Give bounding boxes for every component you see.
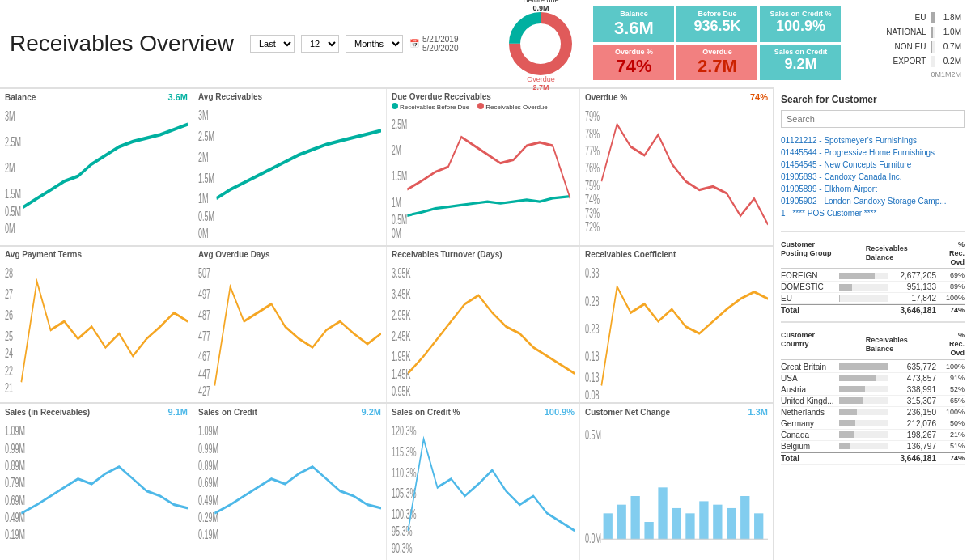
chart-sales-credit-pct: Sales on Credit % 100.9% 120.3% 115.3% 1… bbox=[387, 404, 580, 560]
avg-rec-svg: 3M 2.5M 2M 1.5M 1M 0.5M 0M bbox=[198, 103, 381, 242]
table2-row-gb: Great Britain 635,772 100% bbox=[781, 362, 965, 373]
svg-text:120.3%: 120.3% bbox=[392, 424, 417, 439]
svg-text:2M: 2M bbox=[198, 150, 209, 165]
table2-row-belgium: Belgium 136,797 51% bbox=[781, 441, 965, 452]
table1-eu-label: EU bbox=[781, 294, 839, 303]
svg-text:477: 477 bbox=[198, 328, 210, 343]
svg-text:1.5M: 1.5M bbox=[198, 171, 214, 186]
svg-text:3.45K: 3.45K bbox=[392, 286, 411, 302]
svg-text:2.45K: 2.45K bbox=[392, 328, 411, 343]
svg-text:0.99M: 0.99M bbox=[198, 441, 218, 456]
chart-row-1: Balance 3.6M 3M 2.5M 2M 1.5M 0.5M 0M bbox=[0, 87, 773, 245]
chart-avg-overdue-days-title: Avg Overdue Days bbox=[198, 250, 270, 259]
period-num-select[interactable]: 12 bbox=[301, 35, 339, 53]
table2-gb-balance: 635,772 bbox=[888, 363, 936, 371]
chart-avg-payment-title: Avg Payment Terms bbox=[5, 250, 82, 259]
chart-sales-rec-value: 9.1M bbox=[168, 407, 188, 417]
svg-text:1M: 1M bbox=[198, 191, 209, 206]
svg-text:427: 427 bbox=[198, 384, 210, 399]
table1-total-balance: 3,646,181 bbox=[888, 306, 936, 315]
table2-canada-label: Canada bbox=[781, 431, 839, 439]
svg-text:100.3%: 100.3% bbox=[392, 507, 417, 522]
chart-sales-credit-pct-title: Sales on Credit % bbox=[392, 408, 460, 417]
period-select[interactable]: Last bbox=[250, 35, 295, 53]
chart-overdue-pct-title: Overdue % bbox=[585, 93, 627, 102]
kpi-overdue-pct: Overdue % 74% bbox=[593, 45, 674, 80]
svg-text:3M: 3M bbox=[198, 108, 209, 123]
svg-text:0.5M: 0.5M bbox=[392, 212, 407, 227]
svg-text:2.95K: 2.95K bbox=[392, 308, 411, 323]
svg-text:115.3%: 115.3% bbox=[392, 444, 417, 460]
chart-overdue-pct: Overdue % 74% 79% 78% 77% 76% 75% 74% 73… bbox=[580, 89, 773, 245]
svg-text:0.0M: 0.0M bbox=[585, 531, 601, 546]
chart-avg-receivables: Avg Receivables 3M 2.5M 2M 1.5M 1M 0.5M … bbox=[193, 89, 387, 245]
search-input[interactable] bbox=[781, 110, 965, 128]
customer-item-0[interactable]: 01121212 - Spotsmeyer's Furnishings bbox=[781, 134, 965, 146]
rec-turnover-svg: 3.95K 3.45K 2.95K 2.45K 1.95K 1.45K 0.95… bbox=[392, 261, 575, 400]
table2-germany-bar bbox=[839, 419, 888, 428]
svg-text:0.69M: 0.69M bbox=[5, 493, 25, 508]
bar-eu-fill bbox=[931, 12, 935, 23]
avg-payment-svg: 28 27 26 25 24 22 21 bbox=[5, 261, 188, 400]
bar-item-export: EXPORT 0.2M bbox=[873, 56, 961, 67]
table1-domestic-bar bbox=[839, 282, 888, 291]
table2-row-austria: Austria 338,991 52% bbox=[781, 384, 965, 396]
chart-avg-overdue-days: Avg Overdue Days 507 497 487 477 467 447… bbox=[193, 247, 387, 403]
table1-col2-header: ReceivablesBalance bbox=[866, 240, 936, 266]
table2-uk-pct: 65% bbox=[936, 397, 965, 405]
bar-axis: 0M1M2M bbox=[873, 70, 961, 78]
chart-receivables-turnover: Receivables Turnover (Days) 3.95K 3.45K … bbox=[387, 247, 580, 403]
sales-rec-svg: 1.09M 0.99M 0.89M 0.79M 0.69M 0.49M 0.19… bbox=[5, 418, 188, 557]
customer-net-change-svg: 0.5M 0.0M bbox=[585, 418, 768, 557]
chart-balance-title: Balance bbox=[5, 93, 36, 102]
customer-item-5[interactable]: 01905902 - London Candoxy Storage Camp..… bbox=[781, 195, 965, 207]
date-range: 📅 5/21/2019 - 5/20/2020 bbox=[409, 35, 488, 53]
table2-belgium-pct: 51% bbox=[936, 442, 965, 451]
sales-credit-svg: 1.09M 0.99M 0.89M 0.69M 0.49M 0.29M 0.19… bbox=[198, 418, 381, 557]
svg-text:105.3%: 105.3% bbox=[392, 486, 417, 501]
table2-usa-balance: 473,857 bbox=[888, 374, 936, 383]
chart-customer-net-change: Customer Net Change 1.3M 0.5M 0.0M bbox=[580, 404, 773, 560]
svg-text:487: 487 bbox=[198, 308, 210, 323]
kpi-overdue-pct-label: Overdue % bbox=[601, 48, 666, 56]
customer-item-2[interactable]: 01454545 - New Concepts Furniture bbox=[781, 159, 965, 171]
table1-domestic-pct: 89% bbox=[936, 282, 965, 291]
header: Receivables Overview Last 12 Months 📅 5/… bbox=[0, 0, 971, 87]
bar-legend: EU 1.8M NATIONAL 1.0M NON EU 0.7M bbox=[857, 9, 961, 78]
table1-domestic-label: DOMESTIC bbox=[781, 282, 839, 291]
period-unit-select[interactable]: Months bbox=[346, 35, 403, 53]
svg-text:0M: 0M bbox=[5, 221, 15, 236]
svg-text:3M: 3M bbox=[5, 108, 15, 124]
customer-item-4[interactable]: 01905899 - Elkhorn Airport bbox=[781, 183, 965, 195]
svg-text:1.09M: 1.09M bbox=[198, 424, 218, 439]
svg-text:79%: 79% bbox=[585, 108, 600, 124]
svg-text:0.28: 0.28 bbox=[585, 293, 600, 308]
kpi-sales-credit-pct: Sales on Credit % 100.9% bbox=[760, 6, 841, 42]
chart-sales-receivables: Sales (in Receivables) 9.1M 1.09M 0.99M … bbox=[0, 404, 193, 560]
svg-rect-80 bbox=[604, 514, 613, 540]
customer-item-6[interactable]: 1 - **** POS Customer **** bbox=[781, 207, 965, 219]
chart-row-2: Avg Payment Terms 28 27 26 25 24 22 21 bbox=[0, 245, 773, 403]
svg-text:0.89M: 0.89M bbox=[198, 458, 218, 473]
filters: Last 12 Months 📅 5/21/2019 - 5/20/2020 bbox=[250, 35, 488, 53]
kpi-sales-credit: Sales on Credit 9.2M bbox=[760, 45, 841, 80]
customer-item-1[interactable]: 01445544 - Progressive Home Furnishings bbox=[781, 146, 965, 159]
table-country: CustomerCountry ReceivablesBalance %Rec.… bbox=[781, 331, 965, 464]
table2-gb-label: Great Britain bbox=[781, 363, 839, 371]
kpi-sales-credit-pct-label: Sales on Credit % bbox=[768, 10, 833, 18]
bar-item-eu: EU 1.8M bbox=[873, 12, 961, 23]
table2-germany-balance: 212,076 bbox=[888, 419, 936, 428]
svg-text:0.19M: 0.19M bbox=[198, 528, 218, 543]
chart-sales-credit: Sales on Credit 9.2M 1.09M 0.99M 0.89M 0… bbox=[193, 404, 387, 560]
table2-header: CustomerCountry ReceivablesBalance %Rec.… bbox=[781, 331, 965, 359]
svg-text:73%: 73% bbox=[585, 206, 600, 221]
customer-item-3[interactable]: 01905893 - Candoxy Canada Inc. bbox=[781, 171, 965, 183]
table2-col2-header: ReceivablesBalance bbox=[866, 331, 936, 357]
table2-uk-label: United Kingd... bbox=[781, 397, 839, 405]
bar-noeu-track bbox=[931, 41, 935, 53]
svg-text:26: 26 bbox=[5, 308, 13, 323]
chart-overdue-pct-value: 74% bbox=[750, 92, 768, 102]
table2-uk-balance: 315,307 bbox=[888, 397, 936, 405]
table2-total-label: Total bbox=[781, 454, 839, 463]
table2-row-canada: Canada 198,267 21% bbox=[781, 430, 965, 441]
